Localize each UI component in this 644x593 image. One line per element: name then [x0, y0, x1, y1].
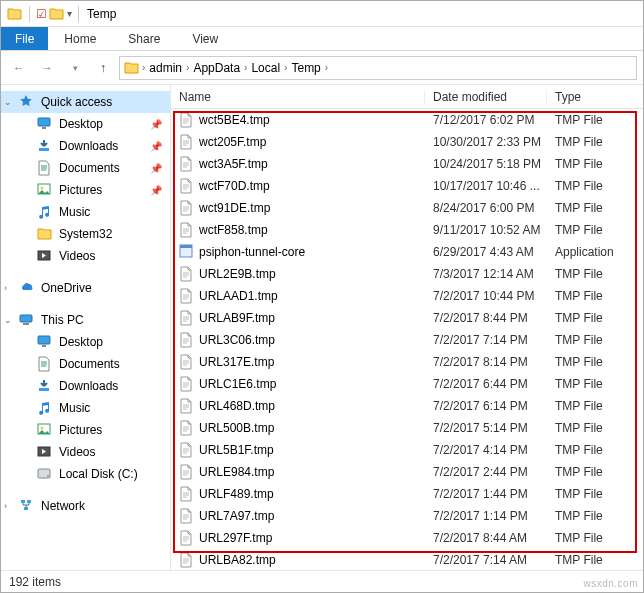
file-name: wct3A5F.tmp — [199, 157, 268, 171]
chevron-right-icon[interactable]: › — [325, 62, 328, 73]
pin-icon: 📌 — [150, 185, 162, 196]
nav-item-music[interactable]: Music — [1, 397, 170, 419]
file-row[interactable]: URLBA82.tmp7/2/2017 7:14 AMTMP File — [171, 549, 643, 570]
back-button[interactable]: ← — [7, 56, 31, 80]
chevron-right-icon[interactable]: › — [284, 62, 287, 73]
file-name: wct91DE.tmp — [199, 201, 270, 215]
chevron-right-icon[interactable]: › — [186, 62, 189, 73]
pin-icon: 📌 — [150, 163, 162, 174]
nav-item-desktop[interactable]: Desktop📌 — [1, 113, 170, 135]
nav-item-documents[interactable]: Documents📌 — [1, 157, 170, 179]
expander-icon[interactable]: ⌄ — [4, 315, 12, 325]
nav-onedrive[interactable]: › OneDrive — [1, 277, 170, 299]
column-type[interactable]: Type — [547, 90, 643, 104]
qat-checkbox-icon[interactable]: ☑ — [36, 7, 47, 21]
window-title: Temp — [87, 7, 116, 21]
chevron-right-icon[interactable]: › — [244, 62, 247, 73]
address-bar[interactable]: › admin › AppData › Local › Temp › — [119, 56, 637, 80]
nav-item-documents[interactable]: Documents — [1, 353, 170, 375]
file-row[interactable]: psiphon-tunnel-core6/29/2017 4:43 AMAppl… — [171, 241, 643, 263]
nav-this-pc[interactable]: ⌄ This PC — [1, 309, 170, 331]
nav-item-videos[interactable]: Videos — [1, 245, 170, 267]
file-name: URL297F.tmp — [199, 531, 272, 545]
expander-icon[interactable]: › — [4, 501, 7, 511]
ribbon-tabs: File Home Share View — [1, 27, 643, 51]
file-row[interactable]: wct91DE.tmp8/24/2017 6:00 PMTMP File — [171, 197, 643, 219]
crumb-local[interactable]: Local — [249, 61, 282, 75]
file-row[interactable]: URLF489.tmp7/2/2017 1:44 PMTMP File — [171, 483, 643, 505]
file-name: URL5B1F.tmp — [199, 443, 274, 457]
file-type: TMP File — [547, 487, 643, 501]
nav-item-pictures[interactable]: Pictures📌 — [1, 179, 170, 201]
column-date[interactable]: Date modified — [425, 90, 547, 104]
nav-item-downloads[interactable]: Downloads — [1, 375, 170, 397]
file-icon — [179, 420, 193, 436]
status-bar: 192 items — [1, 570, 643, 592]
chevron-right-icon[interactable]: › — [142, 62, 145, 73]
file-list-pane: Name Date modified Type wct5BE4.tmp7/12/… — [171, 85, 643, 570]
pin-icon: 📌 — [150, 119, 162, 130]
file-type: TMP File — [547, 399, 643, 413]
column-name[interactable]: Name — [171, 90, 425, 104]
file-row[interactable]: URLC1E6.tmp7/2/2017 6:44 PMTMP File — [171, 373, 643, 395]
file-icon — [179, 508, 193, 524]
nav-item-desktop[interactable]: Desktop — [1, 331, 170, 353]
file-date: 7/2/2017 1:44 PM — [425, 487, 547, 501]
file-type: TMP File — [547, 135, 643, 149]
nav-item-pictures[interactable]: Pictures — [1, 419, 170, 441]
nav-item-videos[interactable]: Videos — [1, 441, 170, 463]
nav-item-music[interactable]: Music — [1, 201, 170, 223]
file-row[interactable]: URLAAD1.tmp7/2/2017 10:44 PMTMP File — [171, 285, 643, 307]
file-icon — [179, 354, 193, 370]
nav-network[interactable]: › Network — [1, 495, 170, 517]
file-row[interactable]: URL2E9B.tmp7/3/2017 12:14 AMTMP File — [171, 263, 643, 285]
item-count: 192 items — [9, 575, 61, 589]
file-row[interactable]: URL5B1F.tmp7/2/2017 4:14 PMTMP File — [171, 439, 643, 461]
crumb-temp[interactable]: Temp — [289, 61, 322, 75]
file-type: TMP File — [547, 333, 643, 347]
file-name: URLAB9F.tmp — [199, 311, 275, 325]
file-row[interactable]: URLAB9F.tmp7/2/2017 8:44 PMTMP File — [171, 307, 643, 329]
file-row[interactable]: URL297F.tmp7/2/2017 8:44 AMTMP File — [171, 527, 643, 549]
recent-dropdown[interactable]: ▾ — [63, 56, 87, 80]
nav-item-label: Music — [59, 205, 90, 219]
crumb-appdata[interactable]: AppData — [191, 61, 242, 75]
qat-dropdown-icon[interactable]: ▾ — [67, 8, 72, 19]
nav-item-label: Pictures — [59, 183, 102, 197]
file-row[interactable]: URL7A97.tmp7/2/2017 1:14 PMTMP File — [171, 505, 643, 527]
nav-item-local-disk-c-[interactable]: Local Disk (C:) — [1, 463, 170, 485]
tab-share[interactable]: Share — [112, 27, 176, 50]
file-row[interactable]: URL468D.tmp7/2/2017 6:14 PMTMP File — [171, 395, 643, 417]
file-icon — [179, 464, 193, 480]
file-row[interactable]: wctF858.tmp9/11/2017 10:52 AMTMP File — [171, 219, 643, 241]
file-row[interactable]: wctF70D.tmp10/17/2017 10:46 ...TMP File — [171, 175, 643, 197]
forward-button[interactable]: → — [35, 56, 59, 80]
file-row[interactable]: URL500B.tmp7/2/2017 5:14 PMTMP File — [171, 417, 643, 439]
nav-item-label: Videos — [59, 249, 95, 263]
nav-item-downloads[interactable]: Downloads📌 — [1, 135, 170, 157]
up-button[interactable]: ↑ — [91, 56, 115, 80]
nav-this-pc-label: This PC — [41, 313, 84, 327]
nav-quick-access[interactable]: ⌄ Quick access — [1, 91, 170, 113]
file-date: 8/24/2017 6:00 PM — [425, 201, 547, 215]
qat-folder-icon[interactable] — [49, 6, 65, 22]
file-date: 6/29/2017 4:43 AM — [425, 245, 547, 259]
column-headers: Name Date modified Type — [171, 85, 643, 109]
tab-home[interactable]: Home — [48, 27, 112, 50]
file-row[interactable]: wct5BE4.tmp7/12/2017 6:02 PMTMP File — [171, 109, 643, 131]
file-row[interactable]: URLE984.tmp7/2/2017 2:44 PMTMP File — [171, 461, 643, 483]
expander-icon[interactable]: ⌄ — [4, 97, 12, 107]
expander-icon[interactable]: › — [4, 283, 7, 293]
file-row[interactable]: URL3C06.tmp7/2/2017 7:14 PMTMP File — [171, 329, 643, 351]
nav-item-system32[interactable]: System32 — [1, 223, 170, 245]
file-type: TMP File — [547, 377, 643, 391]
file-row[interactable]: wct3A5F.tmp10/24/2017 5:18 PMTMP File — [171, 153, 643, 175]
nav-quick-access-label: Quick access — [41, 95, 112, 109]
nav-item-label: Downloads — [59, 379, 118, 393]
file-type: TMP File — [547, 553, 643, 567]
tab-view[interactable]: View — [176, 27, 234, 50]
file-row[interactable]: wct205F.tmp10/30/2017 2:33 PMTMP File — [171, 131, 643, 153]
file-tab[interactable]: File — [1, 27, 48, 50]
file-row[interactable]: URL317E.tmp7/2/2017 8:14 PMTMP File — [171, 351, 643, 373]
crumb-admin[interactable]: admin — [147, 61, 184, 75]
